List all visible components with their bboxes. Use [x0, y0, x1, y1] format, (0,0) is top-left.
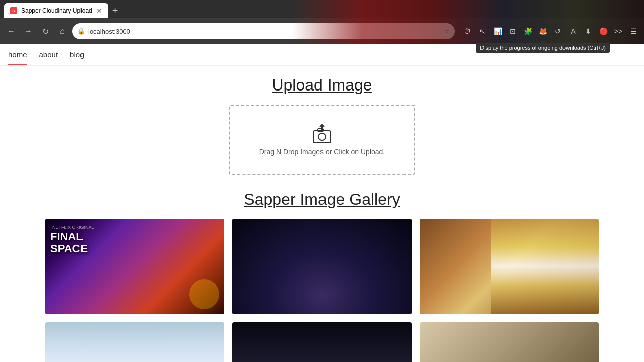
- nav-home[interactable]: home: [8, 50, 27, 65]
- toolbar-right-icons: ⏱ ↖ 📊 ⊡ 🧩 🦊 ↺ A ⬇ Display the progress o…: [461, 25, 640, 38]
- chevron-right-icon[interactable]: >>: [612, 25, 625, 38]
- reload-button[interactable]: ↻: [38, 24, 52, 38]
- upload-dropzone[interactable]: Drag N Drop Images or Click on Upload.: [229, 105, 415, 175]
- gallery-item-partial-3[interactable]: [420, 322, 599, 362]
- active-tab[interactable]: S Sapper Cloudinary Upload ✕: [4, 3, 108, 18]
- gallery-item-final-space[interactable]: NETFLIX ORIGINAL FINALSPACE: [45, 219, 224, 314]
- svg-point-1: [318, 133, 326, 140]
- home-button[interactable]: ⌂: [55, 24, 69, 38]
- gallery-item-partial-1[interactable]: [45, 322, 224, 362]
- translate-icon[interactable]: A: [567, 25, 580, 38]
- main-content: Upload Image Drag N Drop Images or Click…: [0, 66, 644, 362]
- security-icon: 🔒: [77, 28, 85, 35]
- svg-rect-0: [313, 131, 331, 143]
- upload-hint: Drag N Drop Images or Click on Upload.: [259, 148, 385, 156]
- gallery-item-partial-2[interactable]: [232, 322, 412, 362]
- gallery-grid: NETFLIX ORIGINAL FINALSPACE: [45, 219, 599, 362]
- addons-icon[interactable]: 🧩: [521, 25, 534, 38]
- sync-icon[interactable]: ↺: [551, 25, 565, 38]
- upload-icon: [309, 124, 335, 144]
- nav-about[interactable]: about: [39, 50, 58, 65]
- cursor-icon[interactable]: ↖: [476, 25, 489, 38]
- address-bar-container[interactable]: 🔒 ☆: [72, 23, 455, 39]
- site-nav: home about blog: [0, 44, 644, 66]
- page-content: home about blog Upload Image Drag N Drop…: [0, 44, 644, 362]
- upload-title: Upload Image: [272, 76, 372, 95]
- address-input[interactable]: [88, 28, 441, 35]
- reading-mode-icon[interactable]: 📊: [491, 25, 504, 38]
- browser-toolbar: ← → ↻ ⌂ 🔒 ☆ ⏱ ↖ 📊 ⊡ 🧩 🦊 ↺ A ⬇ Display th…: [0, 18, 644, 44]
- tab-title: Sapper Cloudinary Upload: [21, 7, 92, 14]
- red-icon[interactable]: 🔴: [597, 25, 610, 38]
- tab-favicon: S: [10, 7, 17, 14]
- bookmark-icon[interactable]: ☆: [444, 28, 450, 35]
- menu-icon[interactable]: ☰: [627, 25, 640, 38]
- gallery-title: Sapper Image Gallery: [244, 190, 400, 209]
- forward-button[interactable]: →: [21, 24, 35, 38]
- gallery-item-anime-knight[interactable]: [420, 219, 599, 314]
- new-tab-button[interactable]: +: [108, 3, 122, 18]
- download-icon[interactable]: ⬇ Display the progress of ongoing downlo…: [582, 25, 595, 38]
- history-icon[interactable]: ⏱: [461, 25, 474, 38]
- nav-blog[interactable]: blog: [70, 50, 84, 65]
- tab-close-button[interactable]: ✕: [96, 7, 102, 15]
- back-button[interactable]: ←: [4, 24, 18, 38]
- firefox-icon[interactable]: 🦊: [536, 25, 549, 38]
- gallery-item-bald-villain[interactable]: [232, 219, 412, 314]
- picture-in-picture-icon[interactable]: ⊡: [506, 25, 519, 38]
- browser-tab-bar: S Sapper Cloudinary Upload ✕ +: [0, 0, 644, 18]
- address-bar-actions: ☆: [444, 28, 450, 35]
